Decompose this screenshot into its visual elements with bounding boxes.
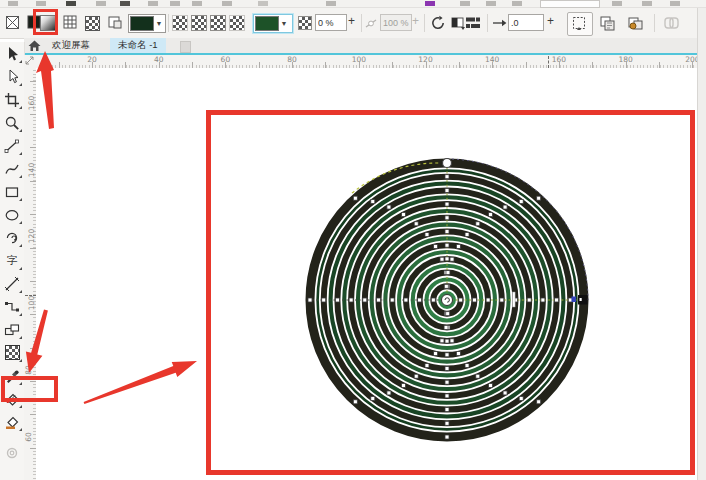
no-fill-icon bbox=[5, 15, 20, 32]
checker-option-2-icon[interactable] bbox=[191, 15, 207, 31]
rotate-icon[interactable] bbox=[429, 12, 447, 34]
tool-spiral[interactable] bbox=[0, 226, 24, 249]
midpoint-icon bbox=[364, 12, 378, 34]
checker-option-3-icon[interactable] bbox=[210, 15, 226, 31]
pattern-fill-button[interactable] bbox=[61, 12, 78, 34]
v-ruler-label: 120 bbox=[27, 229, 36, 243]
tool-pick[interactable] bbox=[0, 42, 24, 65]
checker-option-4-icon[interactable] bbox=[229, 15, 245, 31]
reverse-order-icon[interactable] bbox=[464, 12, 482, 34]
toolbox: 字 bbox=[0, 42, 25, 480]
v-ruler-label: 60 bbox=[24, 432, 33, 442]
h-ruler-label: 80 bbox=[287, 55, 297, 64]
annotation-box-fill-tool bbox=[1, 376, 58, 402]
node-color-dropdown[interactable]: ▼ bbox=[253, 14, 293, 33]
tool-smart-fill[interactable] bbox=[0, 410, 24, 433]
checker-option-1-icon[interactable] bbox=[172, 15, 188, 31]
h-ruler-label: 160 bbox=[552, 55, 566, 64]
transparency-stepper[interactable]: + bbox=[345, 13, 358, 30]
tab-document[interactable]: 未命名 -1 bbox=[110, 38, 166, 53]
fill-color-swatch bbox=[130, 16, 154, 31]
standard-toolbar-icons bbox=[8, 1, 18, 6]
freeze-selection-button[interactable] bbox=[567, 12, 593, 36]
arrow-right-icon bbox=[491, 12, 507, 34]
postscript-fill-button[interactable] bbox=[106, 12, 123, 34]
open-curve-icon bbox=[662, 12, 681, 34]
tool-rectangle[interactable] bbox=[0, 180, 24, 203]
tool-dimension[interactable] bbox=[0, 272, 24, 295]
h-ruler-label: 120 bbox=[418, 55, 432, 64]
v-ruler-label: 80 bbox=[24, 365, 33, 375]
no-fill-button[interactable] bbox=[4, 12, 21, 34]
standard-toolbar-partial bbox=[0, 0, 706, 8]
midpoint-stepper[interactable]: + bbox=[409, 13, 422, 30]
copy-properties-icon[interactable] bbox=[598, 12, 617, 34]
node-color-swatch bbox=[255, 16, 279, 31]
tab-welcome[interactable]: 欢迎屏幕 bbox=[44, 38, 98, 53]
chevron-down-icon: ▼ bbox=[154, 17, 164, 30]
tool-zoom[interactable] bbox=[0, 111, 24, 134]
tool-freehand[interactable] bbox=[0, 134, 24, 157]
ruler-cursor-marker-v bbox=[25, 295, 36, 296]
tool-shape[interactable] bbox=[0, 65, 24, 88]
annotation-box-fountain-fill bbox=[33, 9, 58, 35]
midpoint-input[interactable] bbox=[380, 14, 412, 31]
h-ruler-label: 100 bbox=[352, 55, 366, 64]
postscript-fill-icon bbox=[108, 15, 122, 31]
v-ruler-label: 140 bbox=[27, 163, 36, 177]
tool-blend[interactable] bbox=[0, 318, 24, 341]
tab-document-label: 未命名 -1 bbox=[118, 39, 158, 52]
tool-crop[interactable] bbox=[0, 88, 24, 111]
h-ruler-label: 20 bbox=[87, 55, 97, 64]
document-tab-bar: 欢迎屏幕 未命名 -1 bbox=[24, 38, 706, 55]
h-ruler-label: 140 bbox=[485, 55, 499, 64]
v-ruler-label: 160 bbox=[27, 96, 36, 110]
horizontal-ruler[interactable]: 20406080100120140160180200 bbox=[36, 55, 706, 69]
h-ruler-label: 180 bbox=[618, 55, 632, 64]
pattern-fill-icon bbox=[63, 15, 77, 31]
right-dock-strip bbox=[697, 8, 706, 480]
angle-stepper[interactable]: + bbox=[544, 13, 557, 30]
app-window: ▼ ▼ + + + bbox=[0, 0, 706, 480]
tool-bspline[interactable] bbox=[0, 157, 24, 180]
texture-fill-icon bbox=[85, 16, 100, 31]
tool-connector[interactable] bbox=[0, 295, 24, 318]
annotation-box-canvas bbox=[206, 110, 695, 475]
property-bar: ▼ ▼ + + + bbox=[0, 8, 706, 39]
h-ruler-label: 60 bbox=[221, 55, 231, 64]
transparency-checker-icon bbox=[298, 16, 312, 30]
angle-input[interactable] bbox=[508, 14, 544, 31]
tool-ellipse[interactable] bbox=[0, 203, 24, 226]
fill-color-dropdown[interactable]: ▼ bbox=[128, 14, 166, 33]
standard-toolbar-combo bbox=[540, 0, 600, 8]
tool-outline[interactable] bbox=[0, 441, 24, 464]
h-ruler-label: 40 bbox=[154, 55, 164, 64]
chevron-down-icon: ▼ bbox=[279, 17, 289, 30]
transparency-input[interactable] bbox=[315, 14, 347, 31]
text-tool-glyph: 字 bbox=[7, 255, 18, 266]
home-icon[interactable] bbox=[28, 40, 41, 54]
tool-text[interactable]: 字 bbox=[0, 249, 24, 272]
texture-fill-button[interactable] bbox=[84, 12, 101, 34]
tool-pattern[interactable] bbox=[0, 341, 24, 364]
ruler-cursor-marker-h bbox=[548, 56, 549, 68]
new-tab-button[interactable] bbox=[180, 41, 191, 53]
v-ruler-label: 100 bbox=[27, 296, 36, 310]
sample-fill-icon[interactable] bbox=[626, 12, 646, 34]
tab-welcome-label: 欢迎屏幕 bbox=[52, 39, 90, 52]
